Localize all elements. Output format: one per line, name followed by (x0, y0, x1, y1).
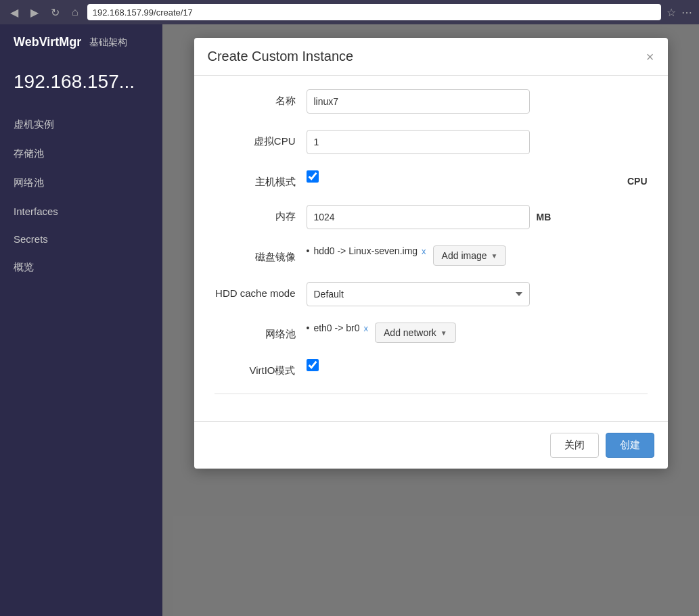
cpu-input[interactable] (307, 130, 530, 154)
memory-control-area: MB (307, 205, 648, 229)
memory-label: 内存 (215, 205, 296, 223)
modal-body: 名称 虚拟CPU 主机模式 (194, 76, 668, 421)
network-item-list: • eth0 -> br0 x (307, 323, 369, 337)
disk-control-area: • hdd0 -> Linux-seven.img x Add image ▼ (307, 245, 648, 266)
disk-item-text: hdd0 -> Linux-seven.img (313, 245, 418, 256)
memory-field-row: 内存 MB (215, 205, 648, 229)
modal-title: Create Custom Instance (208, 49, 354, 64)
name-label: 名称 (215, 89, 296, 108)
sidebar-item-network[interactable]: 网络池 (0, 168, 162, 197)
virtio-field-row: VirtIO模式 (215, 359, 648, 377)
sidebar-item-vms[interactable]: 虚机实例 (0, 110, 162, 139)
browser-action-icons: ☆ ⋯ (667, 6, 692, 19)
menu-icon[interactable]: ⋯ (681, 6, 692, 19)
bookmark-icon[interactable]: ☆ (667, 6, 676, 19)
app-logo: WebVirtMgr (14, 35, 81, 49)
disk-image-field-row: 磁盘镜像 • hdd0 -> Linux-seven.img x Add i (215, 245, 648, 266)
sidebar-item-interfaces[interactable]: Interfaces (0, 197, 162, 225)
network-remove-button[interactable]: x (364, 323, 369, 333)
host-mode-label: 主机模式 (215, 170, 296, 189)
forward-button[interactable]: ▶ (27, 5, 42, 20)
add-image-button[interactable]: Add image ▼ (433, 245, 507, 266)
hdd-cache-field-row: HDD cache mode Default none writethrough… (215, 282, 648, 306)
hdd-cache-control-area: Default none writethrough writeback dire… (307, 282, 648, 306)
modal-header: Create Custom Instance × (194, 38, 668, 76)
virtio-label: VirtIO模式 (215, 359, 296, 377)
name-field-row: 名称 (215, 89, 648, 114)
network-bullet-icon: • (307, 323, 310, 333)
disk-remove-button[interactable]: x (422, 246, 426, 256)
name-input[interactable] (307, 89, 530, 114)
modal-close-button[interactable]: × (646, 50, 654, 64)
sidebar-item-secrets[interactable]: Secrets (0, 225, 162, 253)
back-button[interactable]: ◀ (7, 5, 22, 20)
cpu-label: 虚拟CPU (215, 130, 296, 148)
sidebar-item-overview[interactable]: 概览 (0, 253, 162, 282)
create-instance-modal: Create Custom Instance × 名称 虚拟CPU (194, 38, 668, 469)
browser-chrome: ◀ ▶ ↻ ⌂ 192.168.157.99/create/17 ☆ ⋯ (0, 0, 699, 24)
host-mode-checkbox[interactable] (307, 170, 319, 183)
hdd-cache-label: HDD cache mode (215, 282, 296, 299)
cpu-control-area (307, 130, 648, 154)
disk-label: 磁盘镜像 (215, 245, 296, 264)
network-item: • eth0 -> br0 x (307, 323, 369, 333)
add-network-label: Add network (384, 327, 436, 338)
add-image-arrow-icon: ▼ (491, 252, 498, 260)
network-field-row: 网络池 • eth0 -> br0 x Add network (215, 323, 648, 343)
disk-item-list: • hdd0 -> Linux-seven.img x (307, 245, 426, 260)
memory-input[interactable] (307, 205, 530, 229)
disk-item: • hdd0 -> Linux-seven.img x (307, 245, 426, 256)
refresh-button[interactable]: ↻ (47, 5, 63, 20)
cpu-field-row: 虚拟CPU (215, 130, 648, 154)
virtio-checkbox[interactable] (307, 359, 319, 371)
app-subtitle: 基础架构 (89, 37, 127, 49)
add-network-arrow-icon: ▼ (441, 329, 447, 337)
sidebar-header: WebVirtMgr 基础架构 (0, 24, 162, 60)
name-control-area (307, 89, 648, 114)
modal-footer: 关闭 创建 (194, 421, 668, 469)
sidebar: WebVirtMgr 基础架构 192.168.157... 虚机实例 存储池 … (0, 24, 162, 616)
sidebar-ip: 192.168.157... (0, 60, 162, 103)
virtio-control-area (307, 359, 648, 371)
close-button[interactable]: 关闭 (550, 433, 599, 458)
home-button[interactable]: ⌂ (68, 5, 82, 20)
add-network-button[interactable]: Add network ▼ (375, 323, 456, 343)
sidebar-item-storage[interactable]: 存储池 (0, 139, 162, 168)
network-item-text: eth0 -> br0 (313, 323, 359, 333)
create-button[interactable]: 创建 (606, 433, 654, 458)
disk-bullet-icon: • (307, 245, 310, 256)
url-bar[interactable]: 192.168.157.99/create/17 (87, 4, 661, 20)
modal-divider (215, 394, 648, 394)
hdd-cache-select[interactable]: Default none writethrough writeback dire… (307, 282, 530, 306)
host-mode-field-row: 主机模式 CPU (215, 170, 648, 189)
modal-overlay: Create Custom Instance × 名称 虚拟CPU (162, 24, 699, 616)
network-control-area: • eth0 -> br0 x Add network ▼ (307, 323, 648, 343)
memory-unit-label: MB (537, 212, 551, 222)
sidebar-nav: 虚机实例 存储池 网络池 Interfaces Secrets 概览 (0, 110, 162, 282)
url-text: 192.168.157.99/create/17 (93, 7, 193, 18)
add-image-label: Add image (442, 250, 487, 261)
main-content: Create Custom Instance × 名称 虚拟CPU (162, 24, 699, 616)
host-mode-control-area (307, 170, 616, 183)
cpu-unit-label: CPU (627, 170, 648, 187)
app-container: WebVirtMgr 基础架构 192.168.157... 虚机实例 存储池 … (0, 24, 699, 616)
network-label: 网络池 (215, 323, 296, 341)
